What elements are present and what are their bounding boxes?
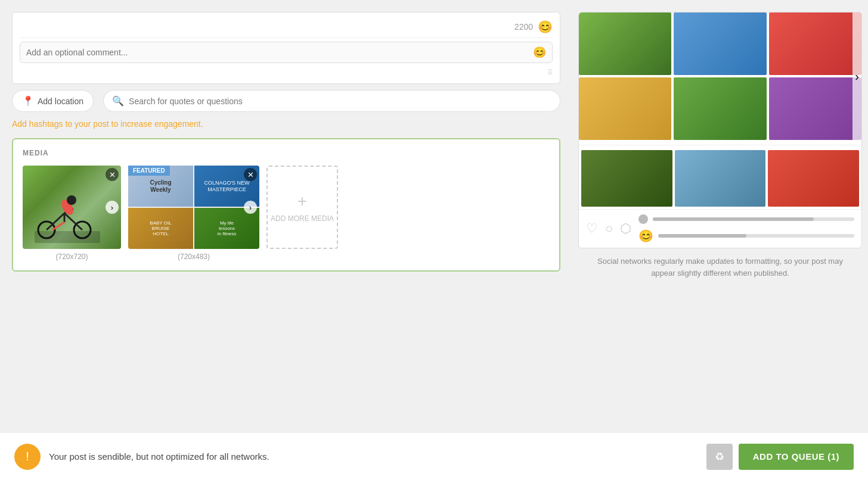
preview-img-4	[579, 77, 671, 140]
add-location-button[interactable]: 📍 Add location	[12, 90, 94, 112]
preview-img-9	[768, 150, 859, 207]
preview-img-2	[674, 13, 766, 75]
media-grid: ✕ ›	[23, 166, 550, 261]
warning-section: ! Your post is sendible, but not optimiz…	[14, 444, 269, 470]
preview-img-8	[675, 150, 766, 207]
left-panel: 2200 😊 😊 ⠿ 📍 Add location 🔍 Add hashtags…	[0, 12, 572, 286]
progress-bar-2	[658, 234, 854, 238]
media-thumbnail-cycling: ✕ ›	[23, 166, 121, 249]
comment-icon[interactable]: ○	[605, 221, 613, 236]
pin-icon: 📍	[22, 95, 34, 107]
add-more-media-button[interactable]: + ADD MORE MEDIA	[266, 166, 338, 249]
media-size-magazine: (720x483)	[178, 253, 210, 261]
media-label: MEDIA	[23, 149, 550, 157]
add-more-media-label: ADD MORE MEDIA	[271, 214, 334, 223]
char-count: 2200	[514, 22, 533, 32]
warning-text: Your post is sendible, but not optimized…	[49, 451, 269, 462]
preview-grid-wrapper: ›	[579, 13, 861, 140]
comment-emoji-button[interactable]: 😊	[533, 46, 546, 59]
preview-img-3	[769, 13, 861, 75]
progress-row-2: 😊	[638, 229, 854, 243]
social-note: Social networks regularly make updates t…	[578, 248, 862, 286]
next-cycling-button[interactable]: ›	[106, 201, 119, 214]
progress-dot-1	[638, 214, 648, 224]
comment-input[interactable]	[26, 48, 533, 57]
media-item-cycling: ✕ ›	[23, 166, 121, 261]
char-count-row: 2200 😊	[20, 20, 553, 38]
media-section: MEDIA ✕ ›	[12, 138, 560, 272]
featured-badge: FEATURED	[128, 166, 170, 176]
post-editor: 2200 😊 😊 ⠿	[12, 12, 560, 84]
progress-emoji: 😊	[638, 229, 653, 243]
magazine-cell-3: BABY OILBRUISEHOTEL	[128, 208, 193, 249]
progress-bar-1	[653, 217, 854, 221]
svg-point-10	[67, 195, 76, 205]
emoji-button-main[interactable]: 😊	[538, 20, 553, 34]
preview-img-1	[579, 13, 671, 75]
bottom-actions: ♻ ADD TO QUEUE (1)	[706, 444, 854, 470]
search-quotes-container: 🔍	[103, 90, 560, 112]
action-row: 📍 Add location 🔍	[12, 90, 560, 112]
magazine-cell-4: My lifelessonsin fitness	[194, 208, 259, 249]
right-panel: › ♡ ○ ⬡	[572, 12, 868, 286]
remove-cycling-button[interactable]: ✕	[106, 168, 119, 181]
search-quotes-input[interactable]	[129, 96, 551, 106]
comment-input-row: 😊	[20, 42, 553, 63]
preview-images-grid	[579, 13, 861, 140]
preview-next-button[interactable]: ›	[852, 13, 861, 140]
media-item-magazine: FEATURED ✕ › CyclingWeekly COLNAGO'S NEW…	[128, 166, 259, 261]
bottom-bar: ! Your post is sendible, but not optimiz…	[0, 432, 868, 480]
preview-progress: 😊	[638, 214, 854, 243]
next-magazine-button[interactable]: ›	[244, 201, 257, 214]
preview-img-6	[769, 77, 861, 140]
preview-img-7	[581, 150, 672, 207]
progress-bar-fill-1	[653, 217, 814, 221]
preview-img-5	[674, 77, 766, 140]
resize-handle[interactable]: ⠿	[20, 69, 553, 76]
hashtag-hint[interactable]: Add hashtags to your post to increase en…	[12, 119, 560, 129]
recycle-button[interactable]: ♻	[706, 444, 733, 470]
preview-actions: ♡ ○ ⬡ 😊	[579, 209, 861, 248]
preview-container: › ♡ ○ ⬡	[578, 12, 862, 248]
heart-icon[interactable]: ♡	[586, 221, 598, 236]
recycle-icon: ♻	[715, 450, 724, 463]
search-icon: 🔍	[112, 95, 124, 107]
media-size-cycling: (720x720)	[55, 253, 88, 261]
add-location-label: Add location	[38, 96, 83, 106]
cyclist-illustration	[35, 183, 100, 243]
add-to-queue-button[interactable]: ADD TO QUEUE (1)	[739, 444, 854, 470]
remove-magazine-button[interactable]: ✕	[244, 168, 257, 181]
warning-icon: !	[14, 444, 41, 470]
progress-bar-fill-2	[658, 234, 746, 238]
plus-icon: +	[297, 192, 307, 211]
progress-row-1	[638, 214, 854, 224]
share-icon[interactable]: ⬡	[620, 221, 631, 236]
